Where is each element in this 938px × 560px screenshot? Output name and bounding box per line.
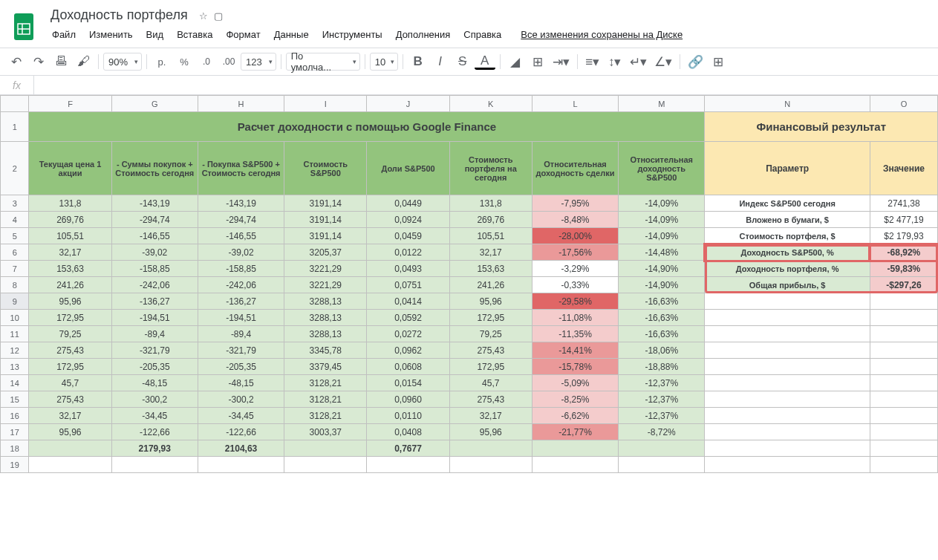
cell-I10[interactable]: 3288,13 — [284, 310, 367, 326]
cell-F5[interactable]: 105,51 — [29, 228, 111, 244]
cell-L7[interactable]: -3,29% — [532, 261, 618, 277]
row-header-6[interactable]: 6 — [1, 244, 29, 261]
col-header-H[interactable]: H — [198, 96, 284, 112]
menu-file[interactable]: Файл — [46, 26, 82, 43]
cell-H7[interactable]: -158,85 — [198, 261, 284, 277]
cell-empty[interactable] — [705, 424, 870, 440]
result-param-5[interactable]: Общая прибыль, $ — [705, 277, 870, 293]
cell-H8[interactable]: -242,06 — [198, 277, 284, 293]
cell-F4[interactable]: 269,76 — [29, 212, 111, 228]
row-header-1[interactable]: 1 — [1, 112, 29, 142]
cell-H16[interactable]: -34,45 — [198, 408, 284, 424]
cell-I7[interactable]: 3221,29 — [284, 261, 367, 277]
cell-K6[interactable]: 32,17 — [449, 244, 532, 261]
cell-G7[interactable]: -158,85 — [111, 261, 198, 277]
cell-empty[interactable] — [870, 342, 937, 359]
cell-H3[interactable]: -143,19 — [198, 195, 284, 212]
cell-F8[interactable]: 241,26 — [29, 277, 111, 293]
cell-G15[interactable]: -300,2 — [111, 391, 198, 408]
cell-F15[interactable]: 275,43 — [29, 391, 111, 408]
cell-I11[interactable]: 3288,13 — [284, 326, 367, 342]
cell-G16[interactable]: -34,45 — [111, 408, 198, 424]
doc-title[interactable]: Доходность портфеля — [46, 6, 192, 25]
row-header-15[interactable]: 15 — [1, 391, 29, 408]
cell-K11[interactable]: 79,25 — [449, 326, 532, 342]
menu-view[interactable]: Вид — [140, 26, 170, 43]
paint-format-button[interactable]: 🖌 — [73, 51, 94, 72]
cell-J12[interactable]: 0,0962 — [367, 342, 449, 359]
cell-F3[interactable]: 131,8 — [29, 195, 111, 212]
cell-M4[interactable]: -14,09% — [619, 212, 705, 228]
cell-F10[interactable]: 172,95 — [29, 310, 111, 326]
menu-tools[interactable]: Инструменты — [316, 26, 388, 43]
cell-G14[interactable]: -48,15 — [111, 375, 198, 391]
cell-G17[interactable]: -122,66 — [111, 424, 198, 440]
cell-G6[interactable]: -39,02 — [111, 244, 198, 261]
cell-empty[interactable] — [870, 408, 937, 424]
row-header-19[interactable]: 19 — [1, 457, 29, 473]
cell-G12[interactable]: -321,79 — [111, 342, 198, 359]
cell-F11[interactable]: 79,25 — [29, 326, 111, 342]
cell-H12[interactable]: -321,79 — [198, 342, 284, 359]
cell-M5[interactable]: -14,09% — [619, 228, 705, 244]
rotate-button[interactable]: ∠▾ — [651, 51, 675, 72]
row-header-4[interactable]: 4 — [1, 212, 29, 228]
row-header-12[interactable]: 12 — [1, 342, 29, 359]
cell-F17[interactable]: 95,96 — [29, 424, 111, 440]
cell-H4[interactable]: -294,74 — [198, 212, 284, 228]
print-button[interactable]: 🖶 — [51, 51, 71, 72]
cell-M10[interactable]: -16,63% — [619, 310, 705, 326]
cell-empty[interactable] — [705, 408, 870, 424]
cell-K13[interactable]: 172,95 — [449, 359, 532, 375]
cell-L10[interactable]: -11,08% — [532, 310, 618, 326]
cell-L12[interactable]: -14,41% — [532, 342, 618, 359]
cell-M14[interactable]: -12,37% — [619, 375, 705, 391]
cell-J3[interactable]: 0,0449 — [367, 195, 449, 212]
cell-I3[interactable]: 3191,14 — [284, 195, 367, 212]
col-header-I[interactable]: I — [284, 96, 367, 112]
cell-M13[interactable]: -18,88% — [619, 359, 705, 375]
cell-L11[interactable]: -11,35% — [532, 326, 618, 342]
cell-L16[interactable]: -6,62% — [532, 408, 618, 424]
col-header-F[interactable]: F — [29, 96, 111, 112]
formula-input[interactable] — [34, 76, 938, 94]
cell-J11[interactable]: 0,0272 — [367, 326, 449, 342]
col-header-J[interactable]: J — [367, 96, 449, 112]
result-val-2[interactable]: $2 179,93 — [870, 228, 937, 244]
valign-button[interactable]: ↕▾ — [605, 51, 625, 72]
menu-insert[interactable]: Вставка — [171, 26, 218, 43]
col-header-N[interactable]: N — [705, 96, 870, 112]
cell-J13[interactable]: 0,0608 — [367, 359, 449, 375]
cell-H11[interactable]: -89,4 — [198, 326, 284, 342]
cell-G3[interactable]: -143,19 — [111, 195, 198, 212]
cell-K9[interactable]: 95,96 — [449, 293, 532, 310]
cell-K4[interactable]: 269,76 — [449, 212, 532, 228]
text-color-button[interactable]: A — [475, 53, 495, 70]
result-val-1[interactable]: $2 477,19 — [870, 212, 937, 228]
borders-button[interactable]: ⊞ — [527, 51, 548, 72]
cell-G13[interactable]: -205,35 — [111, 359, 198, 375]
result-param-2[interactable]: Стоимость портфеля, $ — [705, 228, 870, 244]
menu-help[interactable]: Справка — [457, 26, 507, 43]
cell-L3[interactable]: -7,95% — [532, 195, 618, 212]
row-header-13[interactable]: 13 — [1, 359, 29, 375]
col-header-L[interactable]: L — [532, 96, 618, 112]
cell-empty[interactable] — [870, 375, 937, 391]
cell-G11[interactable]: -89,4 — [111, 326, 198, 342]
cell-H6[interactable]: -39,02 — [198, 244, 284, 261]
cell-I17[interactable]: 3003,37 — [284, 424, 367, 440]
menu-format[interactable]: Формат — [220, 26, 266, 43]
row-header-8[interactable]: 8 — [1, 277, 29, 293]
cell-K16[interactable]: 32,17 — [449, 408, 532, 424]
cell-K10[interactable]: 172,95 — [449, 310, 532, 326]
currency-button[interactable]: р. — [152, 51, 172, 72]
cell-J8[interactable]: 0,0751 — [367, 277, 449, 293]
cell-M7[interactable]: -14,90% — [619, 261, 705, 277]
cell-K14[interactable]: 45,7 — [449, 375, 532, 391]
cell-L17[interactable]: -21,77% — [532, 424, 618, 440]
cell-I16[interactable]: 3128,21 — [284, 408, 367, 424]
cell-L8[interactable]: -0,33% — [532, 277, 618, 293]
cell-I4[interactable]: 3191,14 — [284, 212, 367, 228]
cell-J14[interactable]: 0,0154 — [367, 375, 449, 391]
cell-K8[interactable]: 241,26 — [449, 277, 532, 293]
